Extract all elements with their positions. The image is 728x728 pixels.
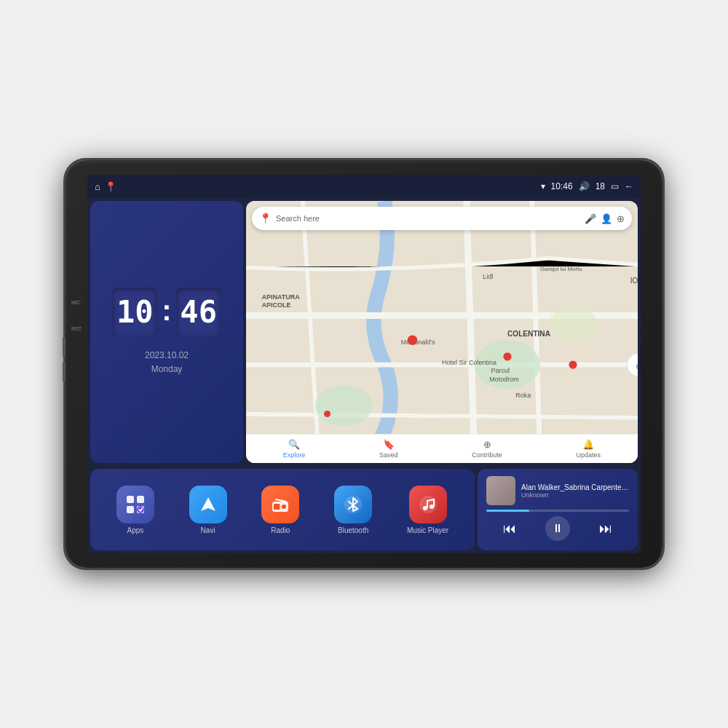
svg-text:Parcul: Parcul [491, 367, 510, 374]
svg-rect-21 [127, 496, 134, 503]
svg-point-16 [503, 352, 511, 360]
device-shell: MIC RST ⌂ 📍 ▾ 10:46 🔊 18 ▭ ← [66, 160, 662, 568]
svg-text:Motodrom: Motodrom [489, 376, 519, 383]
bottom-row: Apps Navi [87, 466, 641, 553]
apps-panel: Apps Navi [90, 469, 475, 550]
status-bar: ⌂ 📍 ▾ 10:46 🔊 18 ▭ ← [87, 175, 641, 198]
side-btn-mic [63, 337, 66, 357]
volume-level: 18 [596, 181, 605, 191]
apps-label: Apps [127, 526, 143, 534]
svg-point-17 [569, 360, 577, 368]
music-artist: Unknown [521, 491, 629, 499]
svg-text:COLENTINA: COLENTINA [507, 330, 551, 338]
svg-text:⊕: ⊕ [636, 362, 638, 371]
status-time: 10:46 [551, 181, 573, 191]
svg-text:McDonald's: McDonald's [401, 339, 435, 346]
music-album-art [486, 476, 515, 505]
svg-point-18 [324, 411, 331, 417]
svg-line-30 [276, 499, 286, 502]
clock-display: 10 : 46 [112, 288, 221, 337]
svg-point-29 [282, 505, 286, 509]
radio-icon-box [261, 486, 299, 523]
map-bottom-bar: 🔍 Explore 🔖 Saved ⊕ Contribute 🔔 [246, 434, 638, 463]
mic-label: MIC [71, 300, 81, 305]
apps-icon-box [116, 486, 154, 523]
svg-text:ION C: ION C [630, 277, 638, 285]
app-icon-apps[interactable]: Apps [116, 486, 154, 534]
music-player-label: Music Player [407, 526, 448, 534]
svg-rect-31 [279, 504, 280, 510]
main-content: 10 : 46 2023.10.02 Monday 📍 Search here [87, 198, 641, 553]
play-pause-button[interactable]: ⏸ [545, 516, 570, 541]
map-search-bar[interactable]: 📍 Search here 🎤 👤 ⊕ [252, 207, 632, 230]
map-pin-icon: 📍 [259, 213, 272, 224]
app-icon-bluetooth[interactable]: Bluetooth [334, 486, 372, 534]
account-icon[interactable]: 👤 [601, 213, 612, 224]
svg-text:APINATURA: APINATURA [262, 293, 301, 301]
music-progress-fill [486, 510, 529, 512]
back-icon[interactable]: ← [625, 181, 633, 191]
clock-widget: 10 : 46 2023.10.02 Monday [90, 201, 243, 463]
volume-icon: 🔊 [579, 181, 590, 191]
music-icon-box [409, 486, 447, 523]
navi-icon-box [189, 486, 227, 523]
music-text: Alan Walker_Sabrina Carpenter_F... Unkno… [521, 483, 629, 499]
svg-point-25 [137, 506, 144, 513]
svg-text:Lidl: Lidl [483, 273, 493, 280]
rst-label: RST [71, 326, 82, 331]
map-widget[interactable]: 📍 Search here 🎤 👤 ⊕ [246, 201, 638, 463]
map-tab-saved[interactable]: 🔖 Saved [379, 439, 398, 459]
svg-text:Roka: Roka [515, 392, 531, 399]
app-icon-music[interactable]: Music Player [407, 486, 448, 534]
svg-point-2 [315, 385, 373, 426]
bt-icon-box [334, 486, 372, 523]
side-btn-rst [63, 362, 66, 382]
clock-colon: : [162, 294, 171, 327]
svg-text:Hotel Sir Colentina: Hotel Sir Colentina [442, 359, 496, 366]
layers-icon[interactable]: ⊕ [617, 213, 625, 224]
svg-text:APICOLE: APICOLE [262, 301, 291, 309]
svg-rect-28 [274, 504, 280, 510]
status-right: ▾ 10:46 🔊 18 ▭ ← [541, 181, 633, 191]
battery-icon: ▭ [611, 181, 619, 191]
map-tab-contribute[interactable]: ⊕ Contribute [472, 439, 502, 459]
music-player-panel: Alan Walker_Sabrina Carpenter_F... Unkno… [478, 469, 638, 550]
music-title: Alan Walker_Sabrina Carpenter_F... [521, 483, 629, 491]
svg-rect-22 [137, 496, 144, 503]
music-info-row: Alan Walker_Sabrina Carpenter_F... Unkno… [486, 476, 629, 505]
map-tab-updates[interactable]: 🔔 Updates [577, 439, 601, 459]
home-icon[interactable]: ⌂ [95, 181, 100, 192]
map-svg: APINATURA APICOLE Lidl Garajul lui Mortu… [246, 201, 638, 463]
svg-marker-26 [201, 497, 215, 511]
voice-search-icon[interactable]: 🎤 [585, 213, 596, 224]
prev-button[interactable]: ⏮ [499, 520, 521, 538]
navi-label: Navi [201, 526, 215, 534]
location-icon[interactable]: 📍 [105, 181, 116, 192]
svg-point-3 [548, 307, 598, 340]
clock-minute: 46 [176, 288, 221, 337]
svg-text:Garajul lui Mortu: Garajul lui Mortu [540, 266, 582, 272]
wifi-icon: ▾ [541, 181, 545, 191]
bluetooth-label: Bluetooth [338, 526, 368, 534]
clock-date: 2023.10.02 Monday [145, 349, 189, 376]
map-tab-explore[interactable]: 🔍 Explore [283, 439, 306, 459]
side-buttons [63, 337, 66, 382]
next-button[interactable]: ⏭ [595, 520, 617, 538]
svg-point-15 [408, 336, 418, 346]
app-icon-radio[interactable]: Radio [261, 486, 299, 534]
music-progress-bar[interactable] [486, 510, 629, 512]
map-search-right: 🎤 👤 ⊕ [585, 213, 625, 224]
status-left-icons: ⌂ 📍 [95, 181, 116, 192]
radio-label: Radio [271, 526, 290, 534]
map-search-text[interactable]: Search here [276, 214, 580, 223]
music-controls: ⏮ ⏸ ⏭ [486, 516, 629, 541]
top-row: 10 : 46 2023.10.02 Monday 📍 Search here [87, 198, 641, 466]
clock-hour: 10 [112, 288, 157, 337]
app-icon-navi[interactable]: Navi [189, 486, 227, 534]
svg-rect-23 [127, 506, 134, 513]
screen: ⌂ 📍 ▾ 10:46 🔊 18 ▭ ← 10 : [87, 175, 641, 553]
